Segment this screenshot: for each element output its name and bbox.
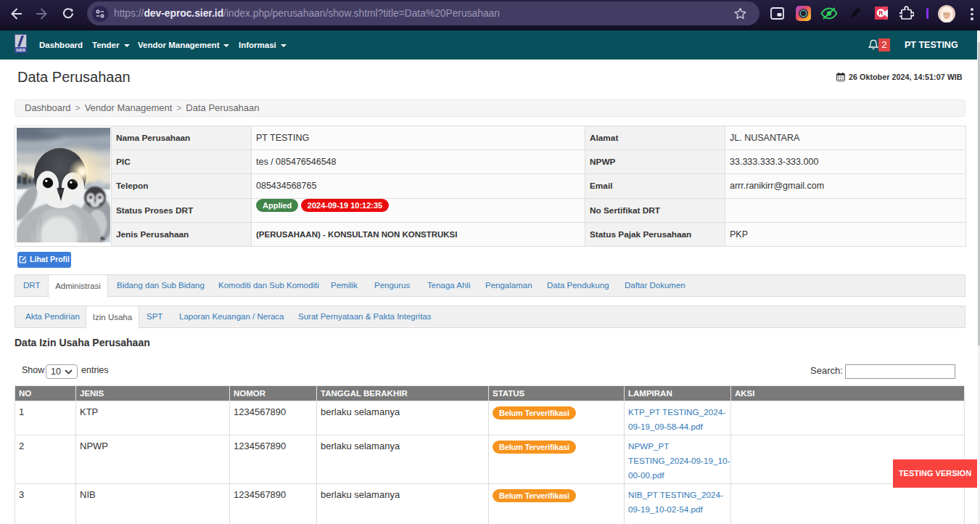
svg-text:R: R xyxy=(878,9,883,17)
svg-text:SIER: SIER xyxy=(16,48,25,52)
